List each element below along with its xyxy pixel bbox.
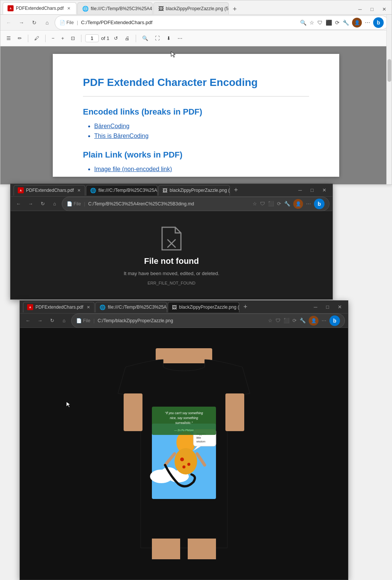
pdf-fullscreen-btn[interactable]: ⛶ xyxy=(153,34,162,43)
address-text-3: C:/Temp/blackZippyProperZazzle.png xyxy=(98,318,173,323)
more-icon-1[interactable]: ⋯ xyxy=(365,20,370,26)
avatar-2[interactable]: 👤 xyxy=(293,199,303,209)
pdf-highlight-btn[interactable]: 🖊 xyxy=(32,34,41,43)
forward-btn-3[interactable]: → xyxy=(35,316,45,326)
pdf-search-btn[interactable]: 🔍 xyxy=(140,34,150,43)
close-btn-2[interactable]: ✕ xyxy=(319,185,329,196)
tab-image-3[interactable]: 🖼 blackZippyProperZazzle.png (50... ✕ xyxy=(168,302,239,312)
new-tab-btn-1[interactable]: + xyxy=(230,4,240,14)
address-bar-3[interactable]: 📄 File | C:/Temp/blackZippyProperZazzle.… xyxy=(71,314,345,328)
minimize-btn-2[interactable]: ─ xyxy=(295,185,305,196)
pdf-links-list-2: Image file (non-encoded link) xyxy=(83,166,309,173)
pdf-icon-1: A xyxy=(8,5,14,11)
address-bar-2[interactable]: 📄 File | C:/Temp/B%25C3%25A4renC%25C3%25… xyxy=(62,197,329,211)
forward-btn-1[interactable]: → xyxy=(16,17,27,28)
address-bar-1[interactable]: 📄 File | C:/Temp/PDFExtendedChars.pdf 🔍 … xyxy=(55,15,389,30)
back-btn-3[interactable]: ← xyxy=(23,316,33,326)
pdf-toolbar-1: ☰ ✏ 🖊 − + ⊡ of 1 ↺ 🖨 🔍 ⛶ ⬇ ⋯ xyxy=(0,31,392,46)
pdf-page-of: of 1 xyxy=(101,35,109,41)
pdf-zoom-out[interactable]: − xyxy=(49,34,57,43)
tab-encoded-1[interactable]: 🌐 file:///C:/Temp/B%25C3%25A4re... ✕ xyxy=(77,2,153,14)
bing-icon-2[interactable]: b xyxy=(314,199,325,209)
collections-icon-3[interactable]: ⬛ xyxy=(283,318,289,323)
pdf-link-2[interactable]: This is BärenCoding xyxy=(94,133,309,139)
star-icon-3[interactable]: ☆ xyxy=(268,318,273,323)
bing-icon-1[interactable]: b xyxy=(373,17,384,28)
maximize-btn-3[interactable]: □ xyxy=(322,302,333,312)
scrollbar-thumb-1[interactable] xyxy=(387,59,391,82)
image-content: Zappa's little wisdom "If you can't say … xyxy=(20,328,348,580)
pdf-menu-btn[interactable]: ☰ xyxy=(4,34,13,43)
scrollbar-1[interactable] xyxy=(386,46,392,184)
sync-icon-1[interactable]: ⟳ xyxy=(335,20,340,26)
nav-bar-3: ← → ↻ ⌂ 📄 File | C:/Temp/blackZippyPrope… xyxy=(20,314,348,328)
back-btn-1[interactable]: ← xyxy=(3,17,14,28)
tab-pdf-1[interactable]: A PDFExtendedChars.pdf ✕ xyxy=(3,2,77,14)
bing-icon-3[interactable]: b xyxy=(329,315,340,326)
home-btn-3[interactable]: ⌂ xyxy=(59,316,69,326)
pdf-sep-3 xyxy=(81,35,81,42)
tab-pdf-3[interactable]: A PDFExtendedChars.pdf ✕ xyxy=(23,302,95,312)
refresh-btn-1[interactable]: ↻ xyxy=(29,17,40,28)
svg-rect-26 xyxy=(188,539,216,559)
tab-bar-3: A PDFExtendedChars.pdf ✕ 🌐 file:///C:/Te… xyxy=(20,301,348,314)
tab-encoded-3[interactable]: 🌐 file:///C:/Temp/B%25C3%25A4re... ✕ xyxy=(95,302,167,312)
tab-pdf-2[interactable]: A PDFExtendedChars.pdf ✕ xyxy=(14,185,85,196)
tab-image-2[interactable]: 🖼 blackZippyProperZazzle.png (50... ✕ xyxy=(158,185,230,196)
pdf-page-input[interactable] xyxy=(85,34,99,42)
shield-icon-1[interactable]: 🛡 xyxy=(317,20,323,26)
star-icon-2[interactable]: ☆ xyxy=(253,201,257,207)
home-btn-1[interactable]: ⌂ xyxy=(42,17,52,28)
svg-text:— Zn Po Pfetzer: — Zn Po Pfetzer xyxy=(174,429,194,432)
new-tab-btn-2[interactable]: + xyxy=(231,185,241,196)
back-btn-2[interactable]: ← xyxy=(14,199,23,209)
edge-tools-icon-3[interactable]: 🔧 xyxy=(300,318,306,323)
sync-icon-3[interactable]: ⟳ xyxy=(292,318,297,323)
minimize-btn-1[interactable]: ─ xyxy=(355,4,365,14)
pdf-draw-btn[interactable]: ✏ xyxy=(15,34,24,43)
sync-icon-2[interactable]: ⟳ xyxy=(277,201,281,207)
svg-rect-25 xyxy=(152,539,180,559)
win-controls-2: ─ □ ✕ xyxy=(295,185,329,196)
pdf-more-btn[interactable]: ⋯ xyxy=(175,34,185,43)
pdf-zoom-in[interactable]: + xyxy=(59,34,67,43)
tab-pdf-3-close[interactable]: ✕ xyxy=(86,305,91,310)
edge-tools-icon-1[interactable]: 🔧 xyxy=(343,20,349,26)
pdf-rotate-btn[interactable]: ↺ xyxy=(112,34,120,43)
edge-tools-icon-2[interactable]: 🔧 xyxy=(284,201,290,207)
avatar-3[interactable]: 👤 xyxy=(309,316,318,326)
star-icon-1[interactable]: ☆ xyxy=(309,20,314,26)
pdf-link-1[interactable]: BärenCoding xyxy=(94,123,309,130)
home-btn-2[interactable]: ⌂ xyxy=(50,199,60,209)
new-tab-btn-3[interactable]: + xyxy=(240,302,251,312)
tab-pdf-1-close[interactable]: ✕ xyxy=(66,6,72,11)
nav-bar-2: ← → ↻ ⌂ 📄 File | C:/Temp/B%25C3%25A4renC… xyxy=(11,197,332,211)
shield-icon-2[interactable]: 🛡 xyxy=(260,201,265,207)
close-btn-1[interactable]: ✕ xyxy=(379,4,389,14)
pdf-link-3[interactable]: Image file (non-encoded link) xyxy=(94,166,309,173)
svg-text:"If you can't say something: "If you can't say something xyxy=(165,411,203,415)
avatar-1[interactable]: 👤 xyxy=(352,18,362,28)
refresh-btn-3[interactable]: ↻ xyxy=(47,316,57,326)
tab-encoded-2-label: file:///C:/Temp/B%25C3%25A4re... xyxy=(98,188,158,193)
shield-icon-3[interactable]: 🛡 xyxy=(276,318,280,323)
maximize-btn-1[interactable]: □ xyxy=(367,4,377,14)
refresh-btn-2[interactable]: ↻ xyxy=(38,199,47,209)
tab-image-1[interactable]: 🖼 blackZippyProperZazzle.png (50... ✕ xyxy=(153,2,229,14)
tab-encoded-2[interactable]: 🌐 file:///C:/Temp/B%25C3%25A4re... ✕ xyxy=(86,185,158,196)
collections-icon-2[interactable]: ⬛ xyxy=(268,201,274,207)
tab-pdf-2-close[interactable]: ✕ xyxy=(76,188,82,193)
pdf-fit-btn[interactable]: ⊡ xyxy=(69,34,77,43)
cursor-3 xyxy=(65,401,73,410)
pdf-save-btn[interactable]: ⬇ xyxy=(164,34,173,43)
pdf-print-btn[interactable]: 🖨 xyxy=(122,34,132,43)
more-icon-3[interactable]: ⋯ xyxy=(322,318,326,323)
minimize-btn-3[interactable]: ─ xyxy=(310,302,321,312)
zoom-icon-1[interactable]: 🔍 xyxy=(300,20,306,26)
maximize-btn-2[interactable]: □ xyxy=(307,185,317,196)
tab-encoded-3-label: file:///C:/Temp/B%25C3%25A4re... xyxy=(108,305,167,310)
forward-btn-2[interactable]: → xyxy=(26,199,35,209)
more-icon-2[interactable]: ⋯ xyxy=(306,201,311,207)
collections-icon-1[interactable]: ⬛ xyxy=(326,20,332,26)
close-btn-3[interactable]: ✕ xyxy=(334,302,345,312)
